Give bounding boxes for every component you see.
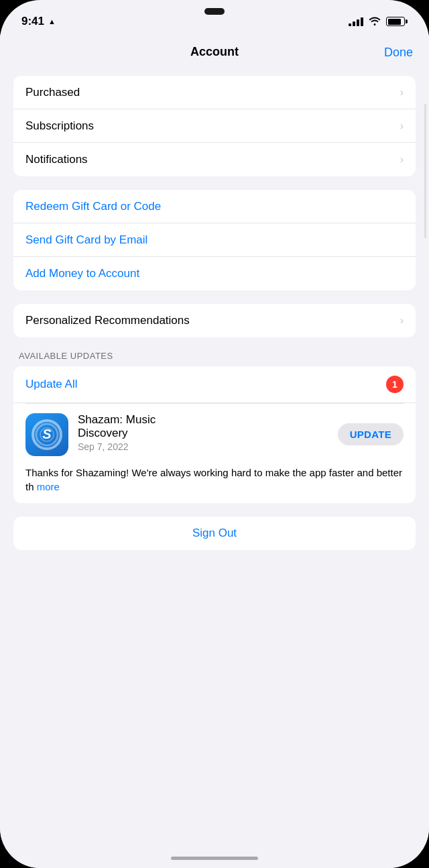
content-area: Account Done Purchased › Subscriptions › [0, 34, 429, 868]
purchased-label: Purchased [25, 86, 80, 99]
nav-bar: Account Done [0, 34, 429, 70]
update-all-row[interactable]: Update All 1 [13, 366, 416, 403]
time-display: 9:41 [21, 15, 44, 28]
personalized-chevron: › [400, 315, 404, 327]
available-updates-section: AVAILABLE UPDATES Update All 1 [13, 351, 416, 503]
shazam-description: Thanks for Shazaming! We're always worki… [13, 466, 416, 503]
purchased-chevron: › [400, 87, 404, 99]
status-bar: 9:41 ▲ [0, 0, 429, 34]
personalized-row[interactable]: Personalized Recommendations › [13, 304, 416, 337]
subscriptions-chevron: › [400, 120, 404, 132]
notifications-row[interactable]: Notifications › [13, 143, 416, 176]
updates-card: Update All 1 S [13, 366, 416, 503]
send-gift-label: Send Gift Card by Email [25, 233, 147, 247]
camera-notch [204, 8, 225, 15]
signal-bar-4 [361, 17, 363, 26]
sign-out-row[interactable]: Sign Out [13, 517, 416, 550]
section-2-card: Redeem Gift Card or Code Send Gift Card … [13, 190, 416, 290]
shazam-update-button[interactable]: UPDATE [338, 423, 404, 445]
nav-title: Account [190, 45, 239, 59]
send-gift-row[interactable]: Send Gift Card by Email [13, 223, 416, 257]
personalized-label: Personalized Recommendations [25, 314, 190, 327]
svg-point-0 [36, 424, 58, 445]
redeem-row[interactable]: Redeem Gift Card or Code [13, 190, 416, 223]
add-money-label: Add Money to Account [25, 267, 139, 280]
signal-bar-2 [353, 21, 355, 26]
svg-text:S: S [42, 427, 52, 441]
subscriptions-label: Subscriptions [25, 119, 94, 133]
shazam-icon: S [25, 413, 68, 456]
signal-bar-3 [357, 19, 359, 26]
sign-out-label: Sign Out [192, 527, 237, 540]
notifications-label: Notifications [25, 153, 88, 166]
purchased-row[interactable]: Purchased › [13, 76, 416, 109]
shazam-name: Shazam: MusicDiscovery [78, 413, 328, 441]
status-time: 9:41 ▲ [21, 15, 56, 28]
home-indicator [171, 857, 258, 860]
more-link[interactable]: more [37, 481, 60, 492]
sign-out-card: Sign Out [13, 517, 416, 550]
status-icons [349, 16, 408, 28]
subscriptions-row[interactable]: Subscriptions › [13, 109, 416, 143]
available-updates-title: AVAILABLE UPDATES [13, 351, 416, 366]
svg-point-1 [40, 428, 54, 441]
section-1-card: Purchased › Subscriptions › Notification… [13, 76, 416, 176]
done-button[interactable]: Done [384, 45, 413, 59]
shazam-row: S Shazam: MusicDiscovery Sep 7, 2022 UPD… [13, 404, 416, 466]
location-icon: ▲ [48, 17, 56, 25]
shazam-date: Sep 7, 2022 [78, 441, 328, 452]
scroll-area[interactable]: Purchased › Subscriptions › Notification… [0, 70, 429, 570]
signal-bar-1 [349, 23, 351, 26]
wifi-icon [369, 16, 381, 28]
add-money-row[interactable]: Add Money to Account [13, 257, 416, 290]
shazam-info: Shazam: MusicDiscovery Sep 7, 2022 [78, 413, 328, 453]
update-all-label: Update All [25, 378, 78, 391]
battery-icon [386, 17, 408, 26]
section-3-card: Personalized Recommendations › [13, 304, 416, 337]
notifications-chevron: › [400, 154, 404, 166]
update-badge: 1 [386, 376, 404, 393]
scrollbar [424, 104, 426, 238]
signal-bars [349, 17, 363, 26]
shazam-description-text: Thanks for Shazaming! We're always worki… [25, 467, 402, 492]
redeem-label: Redeem Gift Card or Code [25, 200, 161, 213]
